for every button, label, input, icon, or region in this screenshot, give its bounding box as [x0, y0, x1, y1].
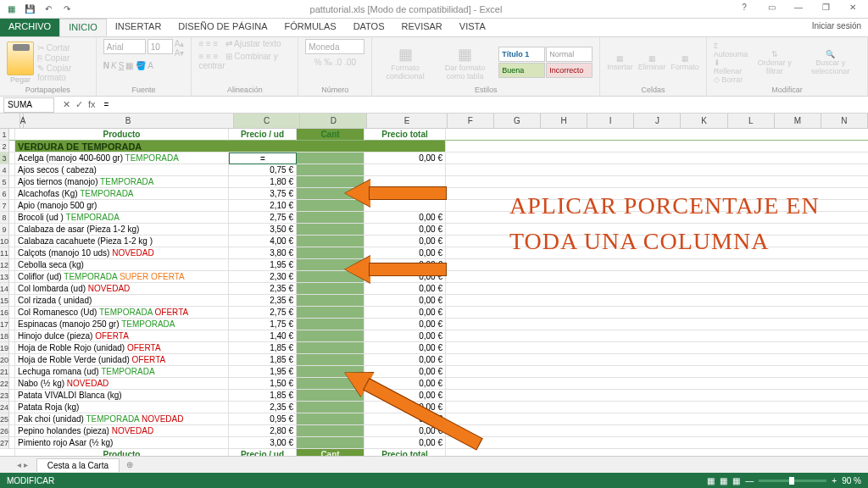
cell-product[interactable]: Ajos secos ( cabeza): [15, 164, 229, 176]
cell-qty[interactable]: [297, 224, 364, 236]
cell-product[interactable]: Pak choi (unidad) TEMPORADA NOVEDAD: [15, 413, 229, 425]
format-button[interactable]: Formato: [670, 63, 699, 71]
row-header-17[interactable]: 17: [0, 319, 9, 330]
row-header-6[interactable]: 6: [0, 188, 9, 200]
cell-price[interactable]: 0,95 €: [229, 413, 297, 425]
cell-price[interactable]: 1,40 €: [229, 330, 297, 342]
view-break-icon[interactable]: ▦: [732, 476, 740, 485]
copy-button[interactable]: ⎘ Copiar: [37, 53, 89, 63]
cell-total[interactable]: 0,00 €: [364, 354, 446, 366]
cell-product[interactable]: Hoja de Roble Verde (unidad) OFERTA: [15, 354, 229, 366]
cell-total[interactable]: 0,00 €: [364, 283, 446, 295]
col-header-N[interactable]: N: [821, 114, 868, 128]
fill-button[interactable]: ⬇ Rellenar: [714, 58, 748, 75]
cell-product[interactable]: Patata Roja (kg): [15, 402, 229, 413]
row-header-2[interactable]: 2: [0, 141, 9, 152]
row-header-21[interactable]: 21: [0, 366, 9, 378]
cell-qty[interactable]: [297, 330, 364, 342]
row-header-1[interactable]: 1: [0, 129, 9, 141]
cell-qty[interactable]: [297, 402, 364, 413]
close-icon[interactable]: ✕: [843, 3, 863, 16]
row-header-9[interactable]: 9: [0, 224, 9, 236]
cell-price[interactable]: 0,75 €: [229, 164, 297, 176]
cell-qty[interactable]: [297, 152, 364, 164]
row-header-16[interactable]: 16: [0, 307, 9, 319]
cell-price[interactable]: 3,80 €: [229, 247, 297, 259]
row-header-19[interactable]: 19: [0, 342, 9, 354]
cell-total[interactable]: 0,00 €: [364, 437, 446, 449]
clear-button[interactable]: ◇ Borrar: [714, 75, 748, 84]
cell-product[interactable]: Coliflor (ud) TEMPORADA SUPER OFERTA: [15, 271, 229, 283]
active-cell[interactable]: =: [229, 152, 297, 164]
row-header-7[interactable]: 7: [0, 200, 9, 212]
col-header-C[interactable]: C: [234, 114, 301, 128]
cell-total[interactable]: 0,00 €: [364, 224, 446, 236]
font-name-input[interactable]: [103, 39, 146, 54]
cell-price[interactable]: 2,75 €: [229, 307, 297, 319]
cell-qty[interactable]: [297, 413, 364, 425]
cell-price[interactable]: 1,80 €: [229, 176, 297, 188]
cell-price[interactable]: 2,80 €: [229, 425, 297, 437]
number-format[interactable]: [305, 39, 364, 54]
underline-button[interactable]: S: [119, 61, 125, 70]
cell-price[interactable]: 1,95 €: [229, 366, 297, 378]
row-header-18[interactable]: 18: [0, 330, 9, 342]
col-header-H[interactable]: H: [541, 114, 587, 128]
tab-file[interactable]: ARCHIVO: [0, 19, 59, 36]
row-header-8[interactable]: 8: [0, 212, 9, 224]
select-all-corner[interactable]: [0, 114, 20, 128]
style-bad[interactable]: Incorrecto: [546, 63, 593, 78]
cell-qty[interactable]: [297, 342, 364, 354]
cell-product[interactable]: Calçots (manojo 10 uds) NOVEDAD: [15, 247, 229, 259]
cell-total[interactable]: 0,00 €: [364, 330, 446, 342]
col-header-K[interactable]: K: [681, 114, 727, 128]
cell-product[interactable]: Alcachofas (Kg) TEMPORADA: [15, 188, 229, 200]
col-header-F[interactable]: F: [448, 114, 494, 128]
cell-product[interactable]: Col rizada ( unidad): [15, 295, 229, 307]
cell-total[interactable]: 0,00 €: [364, 307, 446, 319]
cell-product[interactable]: Col lombarda (ud) NOVEDAD: [15, 283, 229, 295]
cell-price[interactable]: 1,85 €: [229, 354, 297, 366]
cell-price[interactable]: 2,35 €: [229, 402, 297, 413]
sheet-tab-active[interactable]: Cesta a la Carta: [36, 458, 120, 472]
row-header-4[interactable]: 4: [0, 164, 9, 176]
font-size-input[interactable]: [147, 39, 173, 54]
autosum-button[interactable]: Σ Autosuma: [714, 42, 748, 58]
italic-button[interactable]: K: [111, 61, 117, 70]
cell-price[interactable]: 1,95 €: [229, 259, 297, 271]
row-header-25[interactable]: 25: [0, 413, 9, 425]
row-header-22[interactable]: 22: [0, 378, 9, 390]
tab-layout[interactable]: DISEÑO DE PÁGINA: [170, 19, 275, 36]
spreadsheet[interactable]: ABCDEFGHIJKLMN 1234567891011121314151617…: [0, 114, 868, 456]
cell-price[interactable]: 2,75 €: [229, 212, 297, 224]
row-header-15[interactable]: 15: [0, 295, 9, 307]
col-header-I[interactable]: I: [587, 114, 634, 128]
bold-button[interactable]: N: [103, 61, 109, 70]
col-header-L[interactable]: L: [728, 114, 775, 128]
cell-price[interactable]: 4,00 €: [229, 236, 297, 247]
cell-price[interactable]: 1,85 €: [229, 342, 297, 354]
row-header-23[interactable]: 23: [0, 390, 9, 402]
zoom-level[interactable]: 90 %: [842, 476, 861, 485]
formula-input[interactable]: [101, 100, 868, 109]
cell-product[interactable]: Nabo (½ kg) NOVEDAD: [15, 378, 229, 390]
redo-icon[interactable]: ↷: [59, 2, 75, 17]
cell-price[interactable]: 3,00 €: [229, 437, 297, 449]
cell-price[interactable]: 1,75 €: [229, 319, 297, 330]
cell-price[interactable]: 3,75 €: [229, 188, 297, 200]
cell-product[interactable]: Hoja de Roble Rojo (unidad) OFERTA: [15, 342, 229, 354]
save-icon[interactable]: 💾: [22, 2, 37, 17]
cell-qty[interactable]: [297, 283, 364, 295]
row-header-24[interactable]: 24: [0, 402, 9, 413]
cell-product[interactable]: Pimiento rojo Asar (½ kg): [15, 437, 229, 449]
table-format-button[interactable]: Dar formato como tabla: [445, 64, 486, 80]
brush-button[interactable]: ✎ Copiar formato: [37, 64, 89, 82]
col-header-J[interactable]: J: [634, 114, 681, 128]
cell-price[interactable]: 3,50 €: [229, 224, 297, 236]
cell-price[interactable]: 2,10 €: [229, 200, 297, 212]
name-box[interactable]: [3, 97, 54, 113]
fx-icon[interactable]: fx: [88, 99, 96, 110]
row-header-11[interactable]: 11: [0, 247, 9, 259]
cell-qty[interactable]: [297, 164, 364, 176]
zoom-in-icon[interactable]: +: [832, 476, 837, 485]
